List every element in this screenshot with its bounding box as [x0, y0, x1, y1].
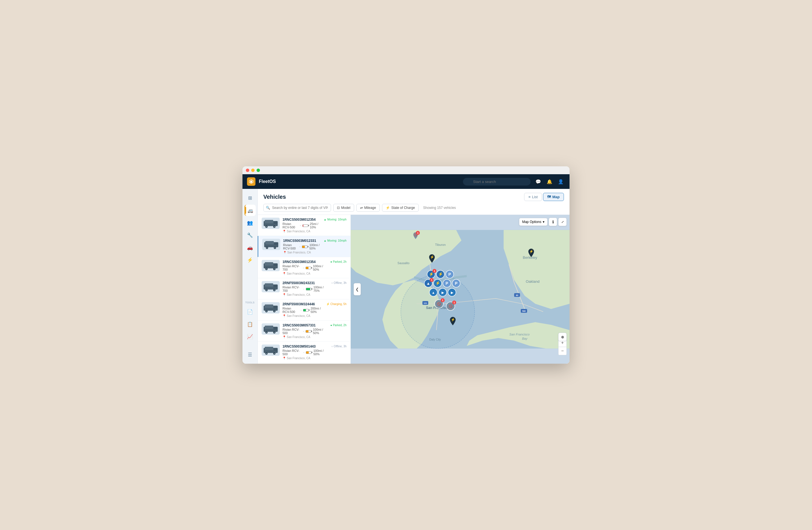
sidebar-item-copy[interactable]: 📋 — [244, 319, 256, 330]
pin-bolt-2[interactable]: ⚡ — [436, 270, 445, 279]
profile-button[interactable]: 👤 — [556, 177, 565, 186]
pin-nav-1[interactable]: ▲ 1 — [424, 279, 433, 288]
pin-offline-south[interactable]: 🚫 1 — [434, 299, 444, 308]
soc-filter-button[interactable]: ⚡ State of Charge — [382, 204, 419, 212]
pin-bolt-3[interactable]: ⚡ — [433, 279, 442, 288]
map-info-button[interactable]: ℹ — [549, 218, 557, 226]
bullet: · — [303, 329, 304, 333]
sidebar-item-energy[interactable]: ⚡ — [244, 254, 256, 266]
pin-park-2[interactable]: P — [443, 279, 451, 288]
collapse-list-button[interactable]: ❮ — [353, 283, 361, 295]
sidebar-item-maintenance[interactable]: 🔧 — [244, 230, 256, 241]
location-text: San Francisco, CA — [287, 272, 310, 275]
pin-nav-4[interactable]: ▶ — [448, 288, 456, 297]
map-expand-button[interactable]: ⤢ — [558, 218, 567, 226]
svg-rect-38 — [265, 326, 273, 329]
vehicle-list-item[interactable]: 1RNCS5003M012354 Rivian RCV-500 · 25mi /… — [258, 215, 350, 236]
vehicle-list-item[interactable]: 1RNCS5003M501443 Rivian RCV-500 · 100mi … — [258, 342, 350, 363]
map-pin-sausalito[interactable]: 🚫 1 — [412, 232, 419, 240]
list-view-button[interactable]: ≡ List — [524, 193, 542, 201]
svg-text:▲: ▲ — [426, 281, 430, 285]
vehicle-vin: 1RNCS5003M012354 — [282, 260, 328, 264]
vehicle-thumbnail — [262, 218, 280, 229]
pin-daly-city[interactable]: ⚡ — [449, 316, 457, 327]
vehicle-model: Rivian RCV-500 — [282, 328, 301, 335]
vehicle-location: 📍 San Francisco, CA — [282, 272, 328, 275]
vehicle-vin: 1RNCS5003M012354 — [282, 218, 321, 222]
vehicle-list-item[interactable]: 2RNF55003M243231 Rivian RCV-700 · 100mi … — [258, 278, 350, 299]
svg-text:▶: ▶ — [451, 291, 454, 295]
sidebar-item-drivers[interactable]: 👥 — [244, 217, 256, 229]
svg-rect-45 — [265, 347, 273, 350]
svg-text:Tiburon: Tiburon — [435, 243, 446, 246]
vehicle-list-item[interactable]: 2RNF55003M324446 Rivian RCV-500 · 200mi … — [258, 299, 350, 321]
map-view-button[interactable]: 🗺 Map — [543, 193, 564, 201]
global-search-input[interactable] — [463, 178, 531, 186]
svg-marker-1 — [250, 180, 252, 183]
location-text: San Francisco, CA — [287, 293, 310, 296]
svg-rect-24 — [265, 283, 273, 287]
map-options-button[interactable]: Map Options ▾ — [519, 218, 548, 226]
pin-nav-3[interactable]: ▶ — [438, 288, 447, 297]
notifications-button[interactable]: 🔔 — [545, 177, 554, 186]
messages-button[interactable]: 💬 — [534, 177, 542, 186]
app-window: FleetOS 🔍 💬 🔔 👤 ⊞ 🚐 👥 🔧 🚗 ⚡ — [243, 166, 569, 364]
pin-park-1[interactable]: P — [446, 270, 454, 279]
vehicle-range: 100mi / 50% — [313, 349, 328, 356]
sidebar-item-charts[interactable]: 📈 — [244, 331, 256, 342]
location-pin-icon: 📍 — [282, 230, 286, 233]
locate-button[interactable]: ⊕ — [558, 333, 567, 341]
sidebar-item-map[interactable]: 🚗 — [244, 242, 256, 253]
location-text: San Francisco, CA — [287, 336, 310, 339]
pin-park-3[interactable]: P — [452, 279, 460, 288]
vehicle-vin: 1RNCS5003M057331 — [282, 323, 328, 327]
pin-nav-2[interactable]: ▲ — [429, 288, 438, 297]
minimize-dot[interactable] — [251, 168, 255, 172]
map-pin-sf-center[interactable]: ⚡ — [428, 254, 436, 263]
model-filter-icon: ⊡ — [337, 206, 340, 210]
vehicle-info: 1RNCS5003M501443 Rivian RCV-500 · 100mi … — [282, 344, 329, 360]
bullet: · — [303, 266, 304, 269]
bullet: · — [301, 308, 301, 312]
svg-text:⚡: ⚡ — [430, 255, 434, 259]
vehicle-model-row: Rivian RCV-500 · 25mi / 10% — [282, 222, 321, 229]
svg-point-14 — [274, 247, 275, 248]
vehicle-range: 100mi / 50% — [313, 264, 328, 271]
sidebar-item-vehicles[interactable]: 🚐 — [244, 205, 256, 216]
mileage-filter-button[interactable]: ⇌ Mileage — [357, 204, 380, 212]
pin-bolt-1[interactable]: ⚡ 1 — [427, 270, 435, 279]
vehicle-list-item[interactable]: 1RNCS5003M012331 Rivian RCV-500 · 100mi … — [258, 236, 350, 257]
battery-fill — [306, 352, 309, 354]
vin-search-input[interactable] — [263, 204, 331, 212]
location-text: San Francisco, CA — [287, 251, 311, 254]
close-dot[interactable] — [246, 168, 249, 172]
sidebar: ⊞ 🚐 👥 🔧 🚗 ⚡ TOOLS 📄 📋 📈 ☰ — [243, 189, 258, 364]
map-pin-oakland[interactable]: ⚡ — [527, 248, 535, 258]
svg-rect-36 — [274, 306, 277, 308]
vehicle-model: Rivian RCV-500 — [282, 222, 298, 229]
info-icon: ℹ — [552, 220, 554, 224]
model-filter-button[interactable]: ⊡ Model — [333, 204, 354, 212]
sidebar-item-menu[interactable]: ☰ — [244, 349, 256, 360]
topbar: FleetOS 🔍 💬 🔔 👤 — [243, 174, 569, 189]
pin-offline-se[interactable]: 🚫 1 — [446, 301, 455, 311]
svg-point-21 — [274, 268, 275, 269]
location-pin-icon: 📍 — [282, 293, 286, 296]
vehicle-list-item[interactable]: 1RNCS5003M012354 Rivian RCV-700 · 100mi … — [258, 257, 350, 278]
expand-icon: ⤢ — [561, 220, 564, 224]
fullscreen-dot[interactable] — [257, 168, 260, 172]
main-layout: ⊞ 🚐 👥 🔧 🚗 ⚡ TOOLS 📄 📋 📈 ☰ — [243, 189, 569, 364]
vehicle-location: 📍 San Francisco, CA — [282, 230, 321, 233]
svg-rect-31 — [265, 305, 273, 308]
sidebar-item-docs[interactable]: 📄 — [244, 306, 256, 318]
battery-bar — [306, 330, 311, 333]
vehicle-list-item[interactable]: 1RNCS5003M057331 Rivian RCV-500 · 100mi … — [258, 321, 350, 342]
sidebar-item-dashboard[interactable]: ⊞ — [244, 192, 256, 204]
svg-point-33 — [266, 311, 267, 312]
vehicle-thumbnail — [262, 239, 280, 250]
vehicle-info: 2RNF55003M243231 Rivian RCV-700 · 100mi … — [282, 281, 329, 296]
bullet: · — [300, 224, 301, 227]
vehicle-vin: 2RNF55003M243231 — [282, 281, 329, 285]
zoom-out-button[interactable]: − — [558, 347, 567, 355]
svg-rect-17 — [265, 262, 273, 266]
